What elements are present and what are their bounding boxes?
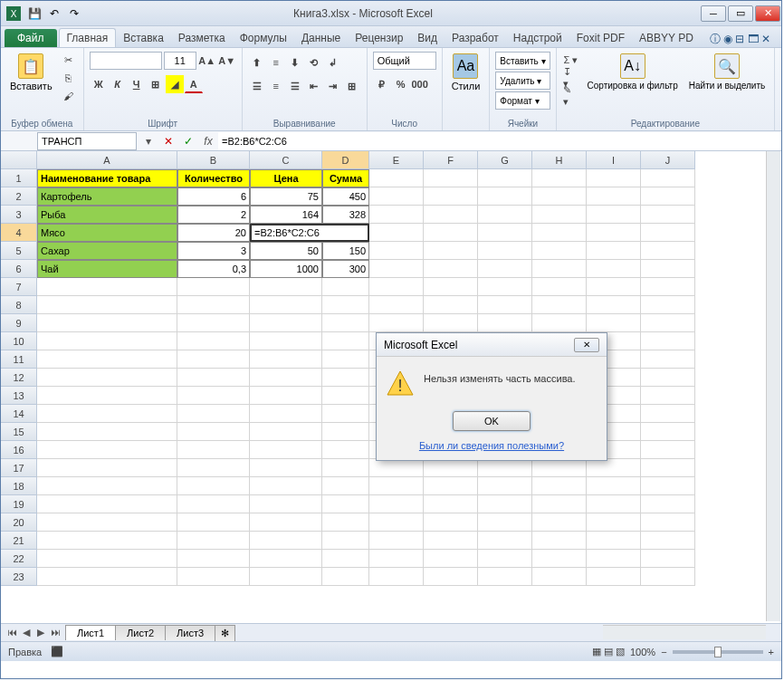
cell-D6[interactable]: 300: [322, 260, 369, 278]
cell-J5[interactable]: [641, 242, 695, 260]
cell-E9[interactable]: [369, 314, 424, 332]
font-size-select[interactable]: [164, 52, 196, 70]
cell-E8[interactable]: [369, 296, 424, 314]
zoom-out-button[interactable]: −: [661, 647, 666, 657]
col-header-C[interactable]: C: [250, 151, 322, 169]
cell-A3[interactable]: Рыба: [37, 206, 177, 224]
cell-D5[interactable]: 150: [322, 242, 369, 260]
bold-button[interactable]: Ж: [90, 75, 108, 93]
cell-H23[interactable]: [532, 568, 587, 586]
row-header-11[interactable]: 11: [1, 350, 37, 369]
vertical-scrollbar[interactable]: [766, 151, 780, 621]
cell-A13[interactable]: [37, 387, 177, 405]
tab-review[interactable]: Рецензир: [348, 29, 410, 47]
align-left[interactable]: ☰: [248, 77, 266, 95]
cell-A17[interactable]: [37, 459, 177, 477]
cell-J20[interactable]: [641, 513, 695, 532]
cell-E18[interactable]: [369, 477, 424, 495]
cell-H2[interactable]: [532, 187, 587, 206]
cell-B3[interactable]: 2: [177, 206, 250, 224]
cell-B13[interactable]: [177, 387, 250, 405]
underline-button[interactable]: Ч: [128, 75, 146, 93]
cell-A15[interactable]: [37, 423, 177, 441]
cell-F19[interactable]: [424, 495, 478, 513]
cell-A11[interactable]: [37, 350, 177, 369]
cell-G4[interactable]: [478, 224, 532, 242]
col-header-E[interactable]: E: [369, 151, 424, 169]
cell-C4[interactable]: =B2:B6*C2:C6: [250, 224, 369, 242]
cell-A14[interactable]: [37, 405, 177, 423]
grow-font-icon[interactable]: A▲: [198, 52, 216, 70]
cell-G22[interactable]: [478, 550, 532, 568]
cell-G6[interactable]: [478, 260, 532, 278]
cell-J9[interactable]: [641, 314, 695, 332]
cell-G2[interactable]: [478, 187, 532, 206]
row-header-20[interactable]: 20: [1, 513, 37, 532]
cell-E21[interactable]: [369, 532, 424, 550]
cell-I19[interactable]: [587, 495, 641, 513]
cell-D16[interactable]: [322, 441, 369, 459]
cell-C5[interactable]: 50: [250, 242, 322, 260]
cell-C14[interactable]: [250, 405, 322, 423]
cell-A21[interactable]: [37, 532, 177, 550]
cell-B16[interactable]: [177, 441, 250, 459]
cell-H22[interactable]: [532, 550, 587, 568]
cell-G1[interactable]: [478, 169, 532, 187]
find-select-button[interactable]: 🔍 Найти и выделить: [685, 52, 769, 117]
row-header-9[interactable]: 9: [1, 314, 37, 332]
cell-E5[interactable]: [369, 242, 424, 260]
row-header-13[interactable]: 13: [1, 387, 37, 405]
cell-A10[interactable]: [37, 332, 177, 350]
border-button[interactable]: ⊞: [147, 75, 165, 93]
cell-I17[interactable]: [587, 459, 641, 477]
cell-D1[interactable]: Сумма: [322, 169, 369, 187]
cell-B11[interactable]: [177, 350, 250, 369]
cell-B7[interactable]: [177, 278, 250, 296]
cell-I6[interactable]: [587, 260, 641, 278]
cell-B6[interactable]: 0,3: [177, 260, 250, 278]
row-header-4[interactable]: 4: [1, 224, 37, 242]
cell-C2[interactable]: 75: [250, 187, 322, 206]
cell-D14[interactable]: [322, 405, 369, 423]
cell-H21[interactable]: [532, 532, 587, 550]
cell-E19[interactable]: [369, 495, 424, 513]
cell-B20[interactable]: [177, 513, 250, 532]
tab-data[interactable]: Данные: [294, 29, 348, 47]
row-header-8[interactable]: 8: [1, 296, 37, 314]
cell-F6[interactable]: [424, 260, 478, 278]
indent-dec[interactable]: ⇤: [305, 77, 323, 95]
zoom-thumb[interactable]: [714, 647, 722, 657]
cell-I7[interactable]: [587, 278, 641, 296]
cell-H8[interactable]: [532, 296, 587, 314]
cell-H6[interactable]: [532, 260, 587, 278]
indent-inc[interactable]: ⇥: [324, 77, 342, 95]
zoom-in-button[interactable]: +: [769, 647, 774, 657]
cell-E4[interactable]: [369, 224, 424, 242]
tab-developer[interactable]: Разработ: [445, 29, 506, 47]
cell-D19[interactable]: [322, 495, 369, 513]
cell-G20[interactable]: [478, 513, 532, 532]
font-name-select[interactable]: [90, 52, 162, 70]
cell-E2[interactable]: [369, 187, 424, 206]
fx-button[interactable]: fx: [198, 132, 218, 150]
namebox-dropdown-icon[interactable]: ▾: [139, 132, 158, 150]
row-header-6[interactable]: 6: [1, 260, 37, 278]
cell-D21[interactable]: [322, 532, 369, 550]
cell-H17[interactable]: [532, 459, 587, 477]
cell-B9[interactable]: [177, 314, 250, 332]
cell-F1[interactable]: [424, 169, 478, 187]
cell-G21[interactable]: [478, 532, 532, 550]
cell-C1[interactable]: Цена: [250, 169, 322, 187]
cell-F7[interactable]: [424, 278, 478, 296]
cell-H3[interactable]: [532, 206, 587, 224]
cell-J15[interactable]: [641, 423, 695, 441]
cell-C11[interactable]: [250, 350, 322, 369]
cell-F22[interactable]: [424, 550, 478, 568]
cell-C15[interactable]: [250, 423, 322, 441]
cell-E22[interactable]: [369, 550, 424, 568]
cell-F21[interactable]: [424, 532, 478, 550]
cut-button[interactable]: ✂: [60, 52, 78, 68]
cell-G23[interactable]: [478, 568, 532, 586]
cell-A22[interactable]: [37, 550, 177, 568]
cell-A2[interactable]: Картофель: [37, 187, 177, 206]
